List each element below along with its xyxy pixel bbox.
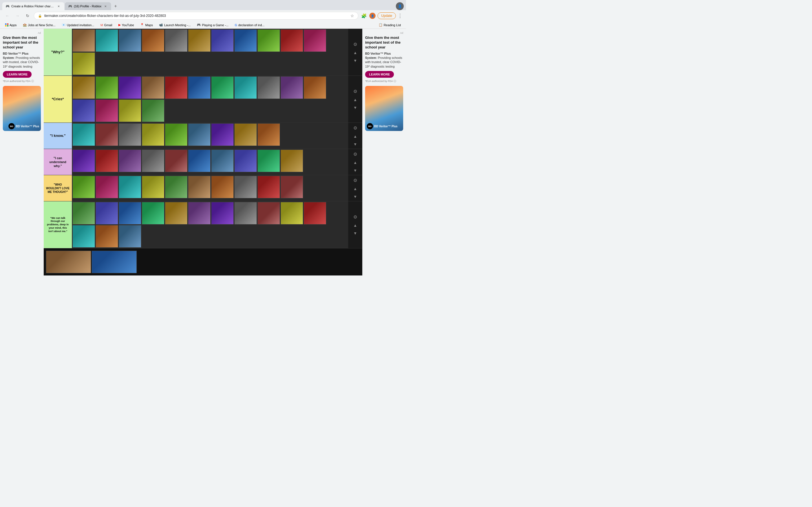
profile-icon[interactable]: 👤 bbox=[396, 2, 404, 10]
ad-title-right: Give them the most important test of the… bbox=[365, 36, 403, 50]
tier-down-understand[interactable]: ▼ bbox=[352, 167, 359, 174]
bookmark-jobs[interactable]: 🏫 Jobs at New Scho... bbox=[21, 22, 57, 27]
tab-close-2[interactable]: ✕ bbox=[103, 4, 108, 8]
tier-img bbox=[96, 176, 118, 198]
tier-label-why: "Why?" bbox=[44, 29, 72, 75]
tier-img bbox=[119, 176, 141, 198]
tier-img bbox=[188, 150, 211, 172]
tier-img bbox=[281, 176, 303, 198]
tab-title: Create a Roblox Flicker charac... bbox=[11, 4, 55, 8]
tier-up-cries[interactable]: ▲ bbox=[352, 96, 359, 103]
tier-img bbox=[142, 176, 164, 198]
tier-up-who[interactable]: ▲ bbox=[352, 185, 359, 192]
extra-img-2 bbox=[92, 251, 137, 273]
avatar-icon[interactable]: 👤 bbox=[369, 12, 376, 19]
tier-img bbox=[96, 100, 118, 122]
address-box[interactable]: 🔒 tiermaker.com/create/roblox-flicker-ch… bbox=[34, 12, 358, 20]
address-text: tiermaker.com/create/roblox-flicker-char… bbox=[44, 14, 348, 18]
reading-list-button[interactable]: 📋 Reading List bbox=[377, 22, 403, 27]
bookmark-youtube[interactable]: ▶ YouTube bbox=[117, 22, 136, 27]
tier-img bbox=[211, 76, 234, 99]
bookmark-apps[interactable]: Apps bbox=[3, 23, 18, 27]
forward-button[interactable]: → bbox=[13, 12, 21, 20]
tier-down-iknow[interactable]: ▼ bbox=[352, 141, 359, 148]
tab-close[interactable]: ✕ bbox=[56, 4, 61, 8]
bookmark-favicon-gmail: M bbox=[100, 23, 103, 27]
tier-row-talk: "We can talk through our problems, deep … bbox=[44, 202, 362, 248]
extra-section bbox=[44, 248, 362, 276]
tier-img bbox=[72, 29, 95, 52]
tier-img bbox=[72, 150, 95, 172]
learn-more-button-right[interactable]: LEARN MORE bbox=[365, 71, 394, 78]
tier-img bbox=[142, 202, 164, 224]
learn-more-button-left[interactable]: LEARN MORE bbox=[3, 71, 32, 78]
ad-footnote-left: *EUA authorized by FDA ⓘ bbox=[3, 79, 41, 83]
ad-image-left: BD BD Veritor™ Plus bbox=[3, 86, 41, 131]
tier-settings-iknow[interactable]: ⚙ bbox=[351, 124, 359, 132]
reload-button[interactable]: ↻ bbox=[24, 12, 32, 20]
tier-img bbox=[211, 202, 234, 224]
tier-img bbox=[96, 202, 118, 224]
bookmark-playing-game[interactable]: 🎮 Playing a Game -... bbox=[195, 22, 230, 27]
tier-img bbox=[257, 150, 280, 172]
ad-label-left: Ad bbox=[3, 32, 41, 34]
tier-img bbox=[304, 76, 326, 99]
tab-inactive[interactable]: 🎮 (16) Profile - Roblox ✕ bbox=[65, 2, 111, 10]
bookmark-maps[interactable]: 📍 Maps bbox=[139, 22, 154, 27]
tier-img bbox=[257, 123, 280, 146]
bookmark-invitation[interactable]: 📧 Updated invitation... bbox=[60, 22, 96, 27]
tab-active[interactable]: 🎮 Create a Roblox Flicker charac... ✕ bbox=[2, 2, 64, 10]
tier-img bbox=[96, 29, 118, 52]
tier-images-who bbox=[72, 175, 348, 201]
tier-up-why[interactable]: ▲ bbox=[352, 49, 359, 56]
tier-img bbox=[257, 29, 280, 52]
tier-img bbox=[281, 29, 303, 52]
tier-down-talk[interactable]: ▼ bbox=[352, 230, 359, 237]
tier-img bbox=[142, 123, 164, 146]
bookmark-launch-meeting[interactable]: 📹 Launch Meeting -... bbox=[157, 22, 192, 27]
tier-up-talk[interactable]: ▲ bbox=[352, 222, 359, 229]
tier-up-iknow[interactable]: ▲ bbox=[352, 133, 359, 140]
tab-title-2: (16) Profile - Roblox bbox=[74, 4, 101, 8]
tier-img bbox=[211, 150, 234, 172]
tier-settings-talk[interactable]: ⚙ bbox=[351, 213, 359, 221]
bookmark-gmail[interactable]: M Gmail bbox=[99, 23, 114, 27]
menu-button[interactable]: ⋮ bbox=[398, 13, 403, 19]
tier-img bbox=[142, 150, 164, 172]
left-ad: Ad Give them the most important test of … bbox=[0, 29, 44, 276]
tier-img bbox=[257, 176, 280, 198]
tier-label-cries: *Cries* bbox=[44, 76, 72, 122]
tier-settings-cries[interactable]: ⚙ bbox=[351, 87, 359, 95]
tier-settings-understand[interactable]: ⚙ bbox=[351, 150, 359, 158]
tier-img bbox=[211, 176, 234, 198]
tier-settings-why[interactable]: ⚙ bbox=[351, 40, 359, 48]
tier-img bbox=[165, 29, 188, 52]
tier-img bbox=[188, 176, 211, 198]
address-bar-row: ← → ↻ 🔒 tiermaker.com/create/roblox-flic… bbox=[0, 10, 406, 21]
bookmark-label-declaration: declaration of ind... bbox=[238, 23, 264, 27]
bookmark-declaration[interactable]: G declaration of ind... bbox=[233, 23, 266, 27]
tier-img bbox=[257, 76, 280, 99]
lock-icon: 🔒 bbox=[38, 14, 42, 18]
tier-down-cries[interactable]: ▼ bbox=[352, 104, 359, 111]
bookmark-favicon-zoom: 📹 bbox=[159, 23, 163, 27]
tier-down-why[interactable]: ▼ bbox=[352, 57, 359, 64]
tier-images-understand bbox=[72, 149, 348, 175]
tier-up-understand[interactable]: ▲ bbox=[352, 159, 359, 166]
tier-img bbox=[72, 52, 95, 75]
tier-down-who[interactable]: ▼ bbox=[352, 193, 359, 200]
tier-img bbox=[165, 76, 188, 99]
tier-images-why bbox=[72, 29, 348, 75]
update-button[interactable]: Update bbox=[377, 12, 396, 19]
bookmarks-bar: Apps 🏫 Jobs at New Scho... 📧 Updated inv… bbox=[0, 21, 406, 29]
tier-images-talk bbox=[72, 202, 348, 248]
back-button[interactable]: ← bbox=[3, 12, 11, 20]
new-tab-button[interactable]: + bbox=[112, 2, 119, 10]
tier-list-container: "Why?" ⚙ ▲ ▼ *Crie bbox=[44, 29, 362, 276]
apps-grid-icon bbox=[5, 23, 8, 27]
tier-img bbox=[281, 202, 303, 224]
bookmark-apps-label: Apps bbox=[10, 23, 17, 27]
star-icon[interactable]: ☆ bbox=[350, 13, 354, 18]
tier-settings-who[interactable]: ⚙ bbox=[351, 176, 359, 184]
extensions-icon[interactable]: 🧩 bbox=[361, 12, 367, 19]
